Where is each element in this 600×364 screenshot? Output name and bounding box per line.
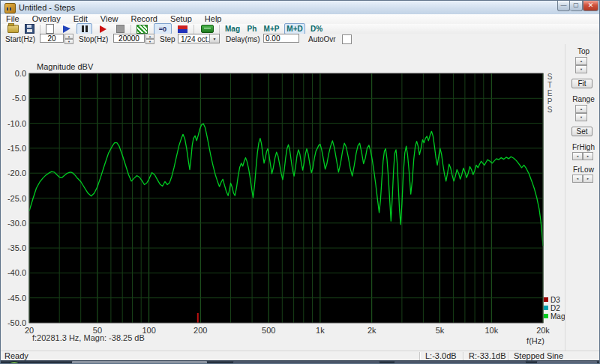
top-stepper[interactable]: ▲▼	[575, 57, 587, 73]
minimize-button[interactable]: —	[557, 1, 570, 11]
flag-icon	[63, 25, 70, 33]
stop-button[interactable]	[114, 23, 127, 34]
hatch-signal-icon	[136, 25, 148, 34]
stop-icon	[116, 25, 124, 33]
range-stepper[interactable]: ▲▼	[575, 105, 587, 121]
red-blue-level-icon	[178, 25, 188, 33]
save-button[interactable]	[23, 23, 36, 34]
svg-text:200: 200	[194, 326, 207, 335]
app-icon	[4, 3, 16, 13]
frlow-stepper[interactable]: ◄►	[572, 175, 593, 183]
svg-text:-10.0: -10.0	[8, 119, 26, 128]
start-measure-button[interactable]	[96, 23, 110, 34]
toolbar-separator	[40, 25, 40, 34]
start-orb-icon[interactable]	[7, 361, 22, 364]
save-icon	[25, 24, 34, 34]
autoovr-checkbox[interactable]	[342, 34, 352, 44]
svg-text:-20.0: -20.0	[8, 169, 26, 178]
svg-text:10k: 10k	[484, 326, 498, 335]
m-plus-d-button[interactable]: M+D	[284, 23, 305, 34]
delay-label: Delay(ms)	[226, 35, 260, 43]
start-hz-stepper[interactable]: ▲▼	[64, 34, 74, 43]
maximize-button[interactable]: ▢	[570, 1, 583, 11]
mag-button[interactable]: Mag	[223, 23, 242, 34]
svg-text:-30.0: -30.0	[8, 219, 26, 228]
chart-title: Magnitude dBV	[37, 62, 93, 71]
ph-button[interactable]: Ph	[245, 23, 259, 34]
delay-input[interactable]	[263, 34, 299, 43]
status-left-level: L:-3.0dB	[425, 351, 457, 360]
ph-label: Ph	[248, 25, 257, 33]
toolbar: =0 Mag Ph M+P M+D D%	[1, 24, 599, 34]
legend-swatch-icon	[544, 306, 548, 310]
set-button[interactable]: Set	[572, 127, 592, 136]
svg-text:20k: 20k	[536, 326, 550, 335]
svg-text:f(Hz): f(Hz)	[526, 336, 544, 345]
step-select[interactable]: 1/24 oct. ▼	[178, 34, 220, 43]
status-ready: Ready	[4, 351, 28, 360]
status-bar: Ready L:-3.0dB R:-33.1dB Stepped Sine Re…	[1, 351, 599, 361]
svg-text:-50.0: -50.0	[8, 318, 26, 327]
taskbar-button[interactable]	[72, 361, 207, 364]
control-bar: Start(Hz) ▲▼ Stop(Hz) ▲▼ Step 1/24 oct. …	[1, 34, 599, 45]
m+p-label: M+P	[264, 25, 280, 33]
m+d-label: M+D	[286, 25, 302, 33]
open-icon	[8, 25, 19, 33]
status-separator	[463, 352, 464, 360]
window-title: Untitled - Steps	[19, 3, 75, 12]
frhigh-label: FrHigh	[566, 143, 600, 151]
start-hz-label: Start(Hz)	[5, 35, 35, 43]
right-control-panel: Top ▲▼ Fit Range ▲▼ Set FrHigh ◄► FrLow …	[565, 44, 600, 351]
generator-icon	[201, 25, 214, 33]
svg-text:-15.0: -15.0	[8, 144, 26, 153]
start-hz-input[interactable]	[40, 34, 64, 43]
close-button[interactable]: ✕	[583, 1, 598, 11]
toolbar-separator	[130, 25, 131, 34]
d%-label: D%	[310, 25, 322, 33]
svg-text:1k: 1k	[316, 326, 325, 335]
eq-zero-button[interactable]: =0	[154, 23, 172, 34]
svg-text:-45.0: -45.0	[8, 294, 26, 303]
legend-label: D2	[550, 304, 560, 312]
open-button[interactable]	[7, 23, 20, 34]
title-bar[interactable]: Untitled - Steps — ▢ ✕	[1, 1, 599, 15]
status-separator	[419, 352, 420, 360]
steps-vertical-label: S T E P S	[545, 73, 554, 114]
new-button[interactable]	[44, 23, 56, 34]
taskbar-button[interactable]	[394, 361, 526, 364]
svg-text:-40.0: -40.0	[8, 268, 26, 277]
toolbar-separator	[194, 25, 194, 34]
svg-text:-5.0: -5.0	[12, 94, 26, 103]
stop-hz-stepper[interactable]: ▲▼	[146, 34, 154, 43]
cursor-readout: f:20281.3 Hz, Magn: -38.25 dB	[32, 333, 145, 342]
autoovr-label: AutoOvr	[308, 35, 336, 43]
m-plus-p-button[interactable]: M+P	[262, 23, 281, 34]
frequency-response-chart[interactable]: 0.0-5.0-10.0-15.0-20.0-25.0-30.0-35.0-40…	[1, 44, 565, 351]
svg-text:500: 500	[262, 326, 275, 335]
level-meter-button[interactable]	[175, 23, 190, 34]
app-window: Untitled - Steps — ▢ ✕ File Overlay Edit…	[0, 0, 600, 364]
stop-hz-input[interactable]	[113, 34, 145, 43]
mag-label: Mag	[225, 25, 240, 33]
windows-taskbar[interactable]	[1, 360, 599, 364]
flag-button[interactable]	[60, 23, 73, 34]
signal-hatch-button[interactable]	[135, 23, 149, 34]
svg-text:2k: 2k	[368, 326, 376, 335]
svg-text:5k: 5k	[436, 326, 445, 335]
taskbar-button[interactable]	[233, 361, 380, 364]
chevron-down-icon[interactable]: ▼	[209, 34, 219, 43]
fit-button[interactable]: Fit	[572, 79, 592, 88]
d-percent-button[interactable]: D%	[308, 23, 325, 34]
pause-icon	[82, 25, 88, 32]
chart-panel[interactable]: 0.0-5.0-10.0-15.0-20.0-25.0-30.0-35.0-40…	[1, 44, 565, 351]
pause-button[interactable]	[76, 23, 92, 34]
play-icon	[100, 25, 106, 33]
stop-hz-label: Stop(Hz)	[79, 35, 108, 43]
generator-button[interactable]	[198, 23, 216, 34]
legend-swatch-icon	[544, 314, 548, 318]
frhigh-stepper[interactable]: ◄►	[572, 152, 593, 160]
taskbar-button[interactable]	[537, 361, 597, 364]
legend-label: D3	[550, 296, 560, 304]
svg-text:-25.0: -25.0	[8, 194, 26, 203]
step-label: Step	[160, 35, 176, 43]
